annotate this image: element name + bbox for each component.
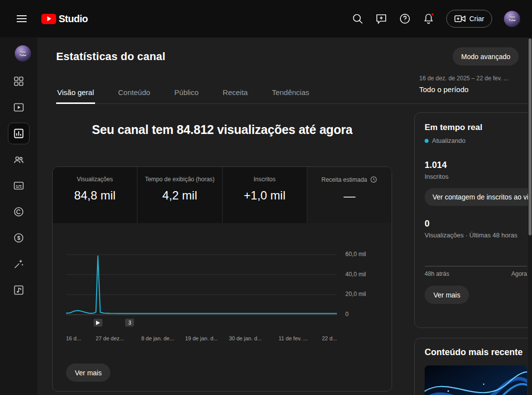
metric-value: 4,2 mil: [137, 189, 222, 202]
realtime-chart-axis: 48h atrás Agora: [425, 270, 527, 277]
date-range-text: 16 de dez. de 2025 – 22 de fev. ...: [419, 75, 508, 82]
realtime-subscribers-value: 1.014: [425, 160, 527, 170]
overview-see-more-button[interactable]: Ver mais: [66, 363, 110, 382]
sidebar-nav: You Tube $: [0, 37, 37, 395]
menu-icon[interactable]: [12, 9, 32, 29]
tab-conteudo[interactable]: Conteúdo: [117, 85, 151, 103]
metric-tile-views[interactable]: Visualizações 84,8 mil: [53, 167, 137, 223]
metric-label: Inscritos: [223, 176, 307, 183]
chart-event-markers: 3: [66, 319, 337, 329]
youtube-studio-logo[interactable]: Studio: [41, 13, 88, 25]
scrollbar-thumb[interactable]: [529, 38, 532, 235]
sidebar-item-audio-library[interactable]: [8, 279, 30, 301]
tab-tendencias[interactable]: Tendências: [271, 85, 310, 103]
axis-label-now: Agora: [511, 270, 527, 277]
top-bar: Studio Criar You Tube: [0, 0, 532, 37]
notifications-bell-icon[interactable]: [419, 9, 438, 29]
metric-label: Visualizações: [53, 176, 137, 183]
video-published-marker[interactable]: [94, 319, 102, 327]
realtime-views-label: Visualizações · Últimas 48 horas: [425, 231, 527, 239]
feedback-icon[interactable]: [371, 9, 391, 29]
metric-tile-subscribers[interactable]: Inscritos +1,0 mil: [223, 167, 307, 223]
y-tick-label: 0: [345, 311, 349, 318]
sidebar-item-analytics[interactable]: [8, 123, 30, 144]
clock-icon: [370, 176, 377, 183]
x-axis-label: 16 d...: [66, 335, 81, 341]
advanced-mode-button[interactable]: Modo avançado: [453, 47, 519, 66]
tab-receita[interactable]: Receita: [222, 85, 249, 103]
page-title: Estatísticas do canal: [56, 50, 166, 63]
x-axis-label: 27 de dez...: [96, 335, 124, 341]
scrollbar-track: [528, 37, 532, 395]
sidebar-item-dashboard[interactable]: [8, 70, 30, 92]
tab-visao-geral[interactable]: Visão geral: [56, 85, 95, 103]
channel-avatar[interactable]: You Tube: [15, 45, 31, 62]
sidebar-item-copyright[interactable]: [8, 201, 30, 223]
metric-value: 84,8 mil: [53, 189, 137, 202]
brand-name: Studio: [59, 13, 88, 25]
updating-dot-icon: [425, 139, 429, 143]
avatar-text: Tube: [508, 19, 515, 22]
search-icon[interactable]: [348, 9, 367, 29]
metric-value: +1,0 mil: [223, 189, 307, 202]
help-icon[interactable]: [395, 9, 415, 29]
sidebar-item-content[interactable]: [8, 97, 30, 118]
analytics-tabs: Visão geral Conteúdo Público Receita Ten…: [56, 85, 532, 104]
metric-value: —: [307, 189, 392, 203]
notification-badge: [431, 12, 434, 16]
recent-content-title: Conteúdo mais recente: [425, 347, 527, 358]
overview-stats-card: Visualizações 84,8 mil Tempo de exibição…: [52, 166, 392, 392]
y-tick-label: 60,0 mil: [345, 251, 366, 258]
metric-tile-revenue[interactable]: Receita estimada —: [307, 167, 392, 223]
sidebar-item-community[interactable]: [8, 149, 30, 170]
avatar-text: You: [509, 15, 515, 19]
topbar-actions: Criar You Tube: [348, 9, 520, 29]
x-axis-label: 8 de jan. de...: [141, 335, 174, 341]
views-chart-plot: [66, 251, 337, 319]
metric-label: Receita estimada: [322, 176, 367, 183]
sidebar-item-subtitles[interactable]: [8, 175, 30, 197]
recent-video-thumbnail[interactable]: [425, 365, 527, 395]
create-button-label: Criar: [469, 15, 484, 23]
main-content: Estatísticas do canal Modo avançado 16 d…: [37, 37, 532, 395]
sidebar-item-monetization[interactable]: $: [8, 227, 30, 249]
realtime-updating-row: Atualizando: [425, 137, 527, 144]
metric-strip: Visualizações 84,8 mil Tempo de exibição…: [53, 167, 392, 223]
views-line-chart: 60,0 mil40,0 mil20,0 mil0 3 16 d...27 de…: [66, 251, 337, 349]
create-button[interactable]: Criar: [446, 10, 492, 28]
svg-text:$: $: [17, 235, 20, 241]
sidebar-item-customization[interactable]: [8, 253, 30, 275]
avatar-text: Tube: [19, 54, 26, 57]
live-subscriber-count-button[interactable]: Ver contagem de inscritos ao vivo: [425, 188, 532, 206]
realtime-card: Em tempo real Atualizando 1.014 Inscrito…: [414, 112, 532, 328]
realtime-subscribers-label: Inscritos: [425, 173, 527, 180]
metric-label: Tempo de exibição (horas): [137, 176, 222, 183]
realtime-48h-chart: [425, 253, 527, 266]
y-tick-label: 20,0 mil: [345, 291, 366, 297]
axis-label-48h: 48h atrás: [425, 270, 449, 277]
realtime-see-more-button[interactable]: Ver mais: [425, 286, 469, 304]
realtime-views-value: 0: [425, 219, 527, 229]
chart-x-axis: 16 d...27 de dez...8 de jan. de...19 de …: [66, 335, 337, 343]
updating-label: Atualizando: [432, 137, 466, 144]
x-axis-label: 22 d...: [322, 335, 337, 341]
youtube-studio-analytics-page: Studio Criar You Tube: [0, 0, 532, 395]
tab-publico[interactable]: Público: [173, 85, 200, 103]
recent-content-card: Conteúdo mais recente: [414, 338, 532, 395]
metric-tile-watch-time[interactable]: Tempo de exibição (horas) 4,2 mil: [137, 167, 222, 223]
x-axis-label: 30 de jan. d...: [229, 335, 262, 341]
channel-views-headline: Seu canal tem 84.812 visualizações até a…: [52, 123, 392, 137]
x-axis-label: 19 de jan. d...: [185, 335, 218, 341]
realtime-title: Em tempo real: [425, 123, 527, 132]
youtube-play-icon: [41, 14, 56, 24]
x-axis-label: 11 de fev. ...: [279, 335, 308, 341]
account-avatar[interactable]: You Tube: [504, 11, 520, 27]
avatar-text: You: [20, 50, 25, 54]
y-tick-label: 40,0 mil: [345, 271, 366, 278]
notes-marker[interactable]: 3: [125, 319, 134, 327]
